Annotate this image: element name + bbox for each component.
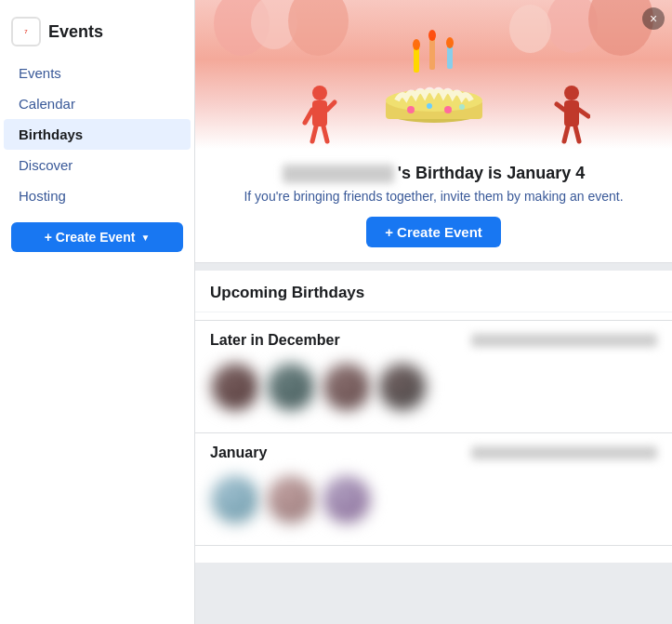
svg-point-19 [564, 86, 579, 100]
upcoming-birthdays-title: Upcoming Birthdays [210, 284, 364, 301]
balloon-decoration-3 [288, 0, 349, 56]
birthday-hero-card: × 's Birthday is January 4 If you're bri… [195, 0, 672, 263]
svg-point-12 [459, 104, 465, 110]
sidebar-item-birthdays[interactable]: Birthdays [0, 119, 194, 150]
december-avatars-row [195, 354, 672, 425]
avatar-dec-4 [377, 362, 428, 412]
january-group-header: January [195, 433, 672, 467]
avatar-jan-3-img [323, 476, 370, 523]
figure-left-svg [301, 84, 338, 149]
svg-line-18 [323, 126, 327, 141]
svg-point-4 [428, 30, 436, 41]
create-event-sidebar-label: + Create Event [45, 230, 136, 245]
svg-line-24 [575, 126, 579, 141]
december-names-blurred [471, 334, 657, 347]
close-hero-button[interactable]: × [642, 7, 665, 30]
svg-line-17 [312, 126, 316, 141]
december-group: Later in December [195, 320, 672, 425]
discover-link[interactable]: Discover [4, 150, 191, 180]
svg-point-5 [446, 37, 454, 48]
sidebar-item-events[interactable]: Events [0, 58, 194, 88]
balloon-decoration-6 [509, 5, 551, 53]
upcoming-section-wrapper: Upcoming Birthdays Later in December [195, 271, 672, 563]
birthday-label-text: 's Birthday is January 4 [398, 164, 585, 182]
svg-rect-14 [312, 100, 327, 126]
figure-right-illustration [553, 84, 590, 139]
events-link[interactable]: Events [4, 58, 191, 88]
svg-point-13 [312, 86, 327, 100]
avatar-dec-1-img [212, 364, 258, 410]
events-app-icon: 7 [11, 17, 41, 46]
svg-rect-1 [429, 37, 435, 70]
cake-illustration [378, 28, 490, 149]
create-event-sidebar-button[interactable]: + Create Event ▼ [11, 222, 183, 252]
sidebar: 7 Events Events Calendar Birthdays Disco… [0, 0, 195, 624]
upcoming-birthdays-header: Upcoming Birthdays [195, 271, 672, 312]
sidebar-nav: Events Calendar Birthdays Discover Hosti… [0, 58, 194, 211]
avatar-dec-2 [266, 362, 316, 412]
sidebar-header: 7 Events [0, 11, 194, 58]
create-event-caret-icon: ▼ [140, 232, 150, 243]
january-month-label: January [210, 445, 267, 461]
svg-point-3 [413, 39, 420, 50]
avatar-dec-3 [322, 362, 372, 412]
birthday-info: 's Birthday is January 4 If you're bring… [195, 149, 672, 262]
january-avatars-row [195, 467, 672, 538]
avatar-jan-1 [210, 474, 260, 524]
close-icon: × [650, 12, 657, 25]
cake-svg [378, 28, 490, 149]
january-names-blurred [471, 446, 657, 459]
svg-rect-0 [414, 46, 419, 73]
february-group-header [195, 546, 672, 563]
hosting-link[interactable]: Hosting [4, 180, 191, 211]
birthday-name-line: 's Birthday is January 4 [214, 164, 653, 183]
avatar-dec-4-img [379, 364, 426, 410]
december-month-label: Later in December [210, 332, 340, 349]
sidebar-item-hosting[interactable]: Hosting [0, 180, 194, 211]
svg-line-22 [579, 110, 588, 116]
january-group: January [195, 432, 672, 538]
calendar-day-label: 7 [24, 29, 27, 34]
avatar-jan-2-img [268, 476, 314, 523]
create-event-hero-label: + Create Event [385, 224, 482, 240]
sidebar-title: Events [48, 22, 103, 42]
sidebar-item-calendar[interactable]: Calendar [0, 88, 194, 119]
sidebar-item-discover[interactable]: Discover [0, 150, 194, 180]
birthday-subtitle: If you're bringing friends together, inv… [214, 189, 653, 204]
february-group [195, 545, 672, 563]
svg-point-11 [444, 106, 452, 113]
avatar-jan-3 [322, 474, 372, 524]
svg-point-9 [407, 106, 415, 113]
svg-line-15 [305, 110, 312, 123]
hero-banner: × [195, 0, 672, 149]
upcoming-birthdays-section: Upcoming Birthdays [195, 271, 672, 312]
birthday-person-name-blurred [283, 165, 394, 183]
main-content: × 's Birthday is January 4 If you're bri… [195, 0, 672, 624]
avatar-jan-1-img [212, 476, 258, 523]
svg-line-21 [557, 104, 564, 110]
balloon-decoration-5 [588, 0, 653, 56]
avatar-dec-2-img [268, 364, 314, 410]
avatar-jan-2 [266, 474, 316, 524]
avatar-dec-1 [210, 362, 260, 412]
create-event-hero-button[interactable]: + Create Event [366, 217, 501, 247]
svg-rect-20 [564, 100, 579, 126]
birthdays-link[interactable]: Birthdays [4, 119, 191, 150]
figure-right-svg [553, 84, 590, 149]
svg-line-23 [564, 126, 568, 141]
svg-point-10 [427, 103, 432, 109]
avatar-dec-3-img [323, 364, 370, 410]
december-group-header: Later in December [195, 321, 672, 354]
figure-left-illustration [301, 84, 338, 139]
calendar-link[interactable]: Calendar [4, 88, 191, 119]
svg-line-16 [327, 102, 335, 110]
